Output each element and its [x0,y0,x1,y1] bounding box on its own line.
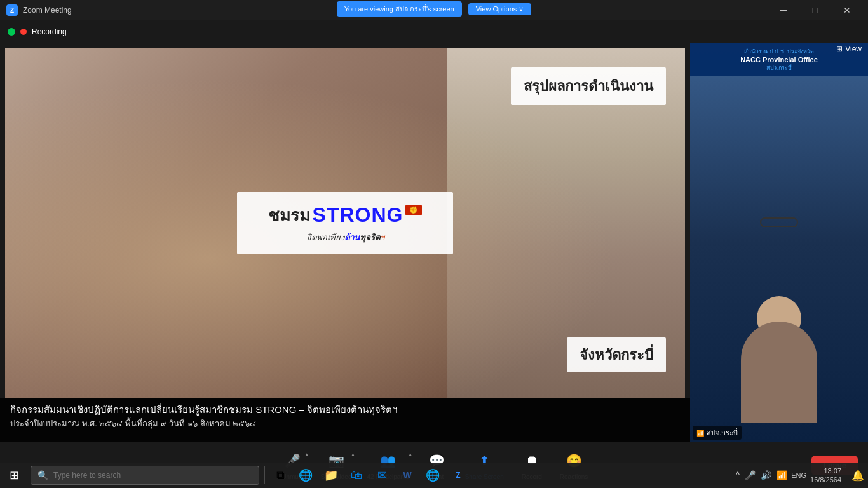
slide-org-name: ชมรม STRONG ✊ [252,202,438,228]
participant-label: 📶 สปจ.กระบี่ [693,426,742,440]
taskbar-store[interactable]: 🛍 [344,463,369,488]
zoom-icon: Z [6,4,18,16]
slide-org-subtitle: จิตพอเพียงต้านทุจริตฯ [252,231,438,244]
taskbar-mail[interactable]: ✉ [369,463,395,488]
system-tray: ^ 🎤 🔊 📶 ENG 13:07 16/8/2564 [729,466,848,485]
recording-indicator-icon [20,29,27,35]
content-area: สรุปผลการดำเนินงาน ชมรม STRONG ✊ [0,43,868,442]
close-button[interactable]: ✕ [832,0,862,20]
strong-logo-text: STRONG [313,203,403,227]
windows-icon: ⊞ [10,468,19,482]
slide-org-box: ชมรม STRONG ✊ จิตพอเพียงต้านทุจริตฯ [237,192,453,254]
search-icon: 🔍 [37,470,48,480]
taskbar-edge[interactable]: 🌐 [293,463,318,488]
green-dot-icon [8,28,15,36]
mail-icon: ✉ [377,468,387,482]
unmute-caret: ▲ [304,452,309,458]
speaker-icon: 🔊 [761,470,771,480]
participant-video: สำนักงาน ป.ป.ช. ประจังหวัด NACC Provinci… [690,43,868,442]
store-icon: 🛍 [351,469,362,482]
person-silhouette [741,322,817,423]
org-prefix: ชมรม [268,202,310,228]
view-label: View [845,44,862,53]
mic-tray-icon: 🎤 [745,470,756,480]
clock-time: 13:07 [810,466,841,475]
main-layout: Recording สรุปผลการดำเนินงาน [0,20,868,488]
search-input[interactable] [53,471,252,480]
chevron-icon[interactable]: ^ [736,470,740,480]
taskbar: ⊞ 🔍 ⧉ 🌐 📁 🛍 ✉ W 🌐 Z ^ 🎤 🔊 📶 ENG [0,463,868,488]
notification-button[interactable]: 🔔 [848,463,868,488]
clock-area: 13:07 16/8/2564 [810,466,841,485]
zoom-taskbar-icon: Z [456,471,460,480]
slide-title: สรุปผลการดำเนินงาน [511,67,666,105]
video-caret: ▲ [351,452,356,458]
view-options-button[interactable]: View Options ∨ [468,3,532,15]
tray-icons: ^ 🎤 🔊 📶 [736,470,788,480]
taskbar-browser2[interactable]: 🌐 [420,463,445,488]
notification-icon: 🔔 [851,470,864,482]
recording-bar: Recording [0,20,868,43]
clock-date: 16/8/2564 [810,475,841,484]
task-view-icon: ⧉ [276,469,285,482]
edge-icon: 🌐 [299,468,313,482]
folder-icon: 📁 [324,468,338,482]
word-icon: W [403,470,411,480]
participants-caret: ▲ [408,452,413,458]
grid-icon: ⊞ [836,44,843,53]
caption-line2: ประจำปีงบประมาณ พ.ศ. ๒๕๖๔ พื้นที่กลุ่ม ๙… [10,417,680,430]
browser2-icon: 🌐 [426,468,440,482]
taskbar-file-explorer[interactable]: 📁 [318,463,344,488]
slide-container: สรุปผลการดำเนินงาน ชมรม STRONG ✊ [5,48,685,398]
recording-label: Recording [32,27,67,36]
taskbar-word[interactable]: W [395,463,420,488]
start-button[interactable]: ⊞ [0,463,28,488]
participant-name: สปจ.กระบี่ [707,427,738,438]
taskbar-divider [264,466,265,484]
caption-line1: กิจกรรมสัมมนาเชิงปฏิบัติการแลกเปลี่ยนเรี… [10,403,680,417]
maximize-button[interactable]: □ [801,0,830,20]
network-icon: 📶 [776,470,787,480]
signal-icon: 📶 [696,430,704,437]
nacc-line2: NACC Provincial Office [696,56,862,64]
slide-content: สรุปผลการดำเนินงาน ชมรม STRONG ✊ [5,48,685,398]
person-glasses-icon [760,217,798,227]
viewing-badge: You are viewing สปจ.กระบี่'s screen [337,1,462,17]
window-controls: ─ □ ✕ [769,0,862,20]
caption-bar: กิจกรรมสัมมนาเชิงปฏิบัติการแลกเปลี่ยนเรี… [0,398,690,442]
taskbar-task-view[interactable]: ⧉ [268,463,293,488]
fist-icon: ✊ [405,205,422,215]
main-video-area: สรุปผลการดำเนินงาน ชมรม STRONG ✊ [0,43,690,442]
minimize-button[interactable]: ─ [769,0,798,20]
right-panel: สำนักงาน ป.ป.ช. ประจังหวัด NACC Provinci… [690,43,868,442]
slide-text-overlay: สรุปผลการดำเนินงาน ชมรม STRONG ✊ [5,48,685,398]
nacc-line3: สปจ.กระบี่ [696,64,862,72]
view-button[interactable]: ⊞ View [836,44,862,53]
caption-text: กิจกรรมสัมมนาเชิงปฏิบัติการแลกเปลี่ยนเรี… [10,403,680,430]
search-bar[interactable]: 🔍 [31,466,259,485]
lang-label: ENG [791,471,806,479]
taskbar-zoom[interactable]: Z [445,463,471,488]
slide-province: จังหวัดกระบี่ [567,337,666,372]
